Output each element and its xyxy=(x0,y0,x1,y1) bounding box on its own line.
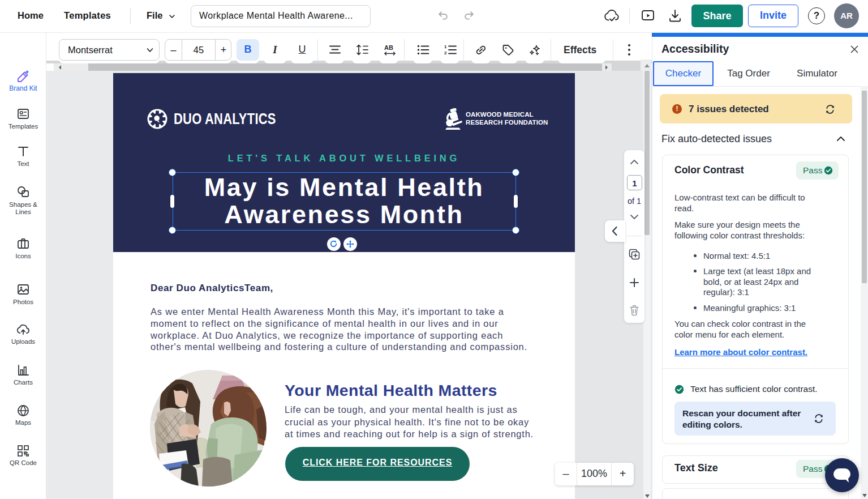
svg-text:AB: AB xyxy=(384,44,393,51)
svg-text:2: 2 xyxy=(444,50,447,56)
svg-text:1: 1 xyxy=(444,44,447,49)
